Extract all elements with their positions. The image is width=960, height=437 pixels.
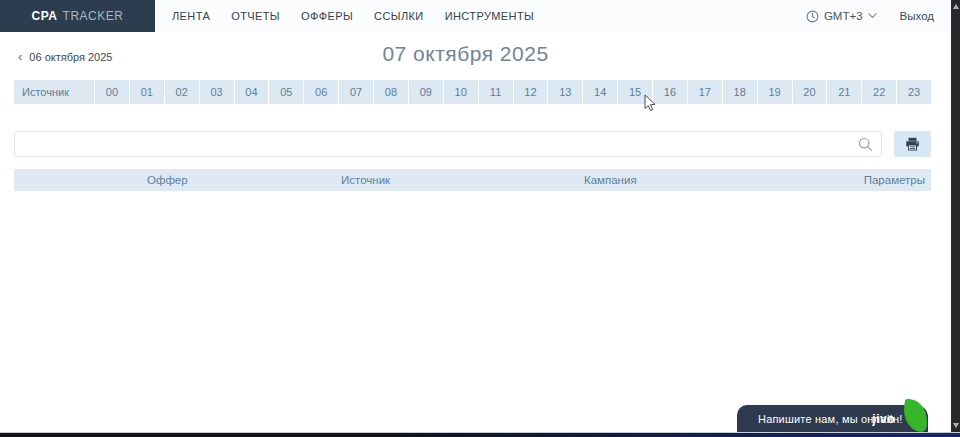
hour-cell: 20	[793, 80, 828, 104]
content-area: Источник 0001020304050607080910111213141…	[14, 80, 931, 191]
print-button[interactable]	[894, 131, 931, 157]
logo-text-light: TRACKER	[63, 9, 124, 23]
main-nav: ЛЕНТАОТЧЕТЫОФФЕРЫССЫЛКИИНСТРУМЕНТЫ	[172, 10, 806, 22]
hour-cell: 00	[95, 80, 130, 104]
search-box	[14, 131, 882, 157]
bottom-edge-bar	[0, 432, 960, 437]
logo-text-bold: CPA	[32, 9, 58, 23]
printer-icon	[905, 137, 920, 151]
nav-item-lenta[interactable]: ЛЕНТА	[172, 10, 210, 22]
hour-cell: 19	[758, 80, 793, 104]
hour-cell: 23	[897, 80, 931, 104]
nav-item-ssylki[interactable]: ССЫЛКИ	[374, 10, 424, 22]
column-header-params: Параметры	[821, 174, 931, 186]
hour-cell: 03	[200, 80, 235, 104]
top-bar: CPA TRACKER ЛЕНТАОТЧЕТЫОФФЕРЫССЫЛКИИНСТР…	[0, 0, 960, 32]
date-section: ‹ 06 октября 2025 07 октября 2025	[0, 34, 960, 76]
jivo-logo: jivo	[872, 412, 895, 426]
hour-cell: 13	[548, 80, 583, 104]
hours-row: Источник 0001020304050607080910111213141…	[14, 80, 931, 104]
hour-cell: 17	[688, 80, 723, 104]
chat-widget[interactable]: Напишите нам, мы онлайн! jivo	[737, 405, 928, 433]
hour-cell: 10	[444, 80, 479, 104]
nav-item-instrumenty[interactable]: ИНСТРУМЕНТЫ	[445, 10, 535, 22]
hour-cell: 14	[583, 80, 618, 104]
report-table-header: Оффер Источник Кампания Параметры	[14, 169, 931, 191]
hour-cell: 04	[235, 80, 270, 104]
jivo-leaf-icon	[901, 398, 930, 432]
timezone-selector[interactable]: GMT+3	[806, 10, 877, 23]
search-row	[14, 131, 931, 157]
hour-cell: 05	[269, 80, 304, 104]
hour-cell: 22	[862, 80, 897, 104]
search-input[interactable]	[15, 132, 881, 156]
topbar-right: GMT+3 Выход	[806, 10, 934, 23]
nav-item-otchety[interactable]: ОТЧЕТЫ	[231, 10, 280, 22]
nav-item-offery[interactable]: ОФФЕРЫ	[301, 10, 353, 22]
hour-cell: 15	[618, 80, 653, 104]
hour-cell: 11	[479, 80, 514, 104]
vertical-scrollbar[interactable]	[951, 0, 960, 432]
logout-button[interactable]: Выход	[900, 10, 934, 22]
source-column-header: Источник	[14, 80, 95, 104]
hour-cell: 09	[409, 80, 444, 104]
hour-cell: 12	[514, 80, 549, 104]
hour-cell: 01	[130, 80, 165, 104]
scroll-down-icon[interactable]	[953, 423, 959, 428]
column-header-campaign: Кампания	[570, 174, 821, 186]
column-header-offer: Оффер	[133, 174, 327, 186]
page-title: 07 октября 2025	[0, 42, 931, 66]
hour-cell: 18	[723, 80, 758, 104]
hour-cell: 08	[374, 80, 409, 104]
timezone-label: GMT+3	[824, 10, 863, 22]
hour-cell: 07	[339, 80, 374, 104]
logo[interactable]: CPA TRACKER	[0, 0, 155, 32]
hour-cell: 02	[165, 80, 200, 104]
hour-cell: 16	[653, 80, 688, 104]
clock-icon	[806, 10, 819, 23]
hour-cell: 21	[827, 80, 862, 104]
scroll-up-icon[interactable]	[953, 4, 959, 9]
search-icon[interactable]	[858, 137, 873, 152]
hour-cell: 06	[304, 80, 339, 104]
column-header-source: Источник	[327, 174, 570, 186]
chevron-down-icon	[868, 13, 877, 19]
